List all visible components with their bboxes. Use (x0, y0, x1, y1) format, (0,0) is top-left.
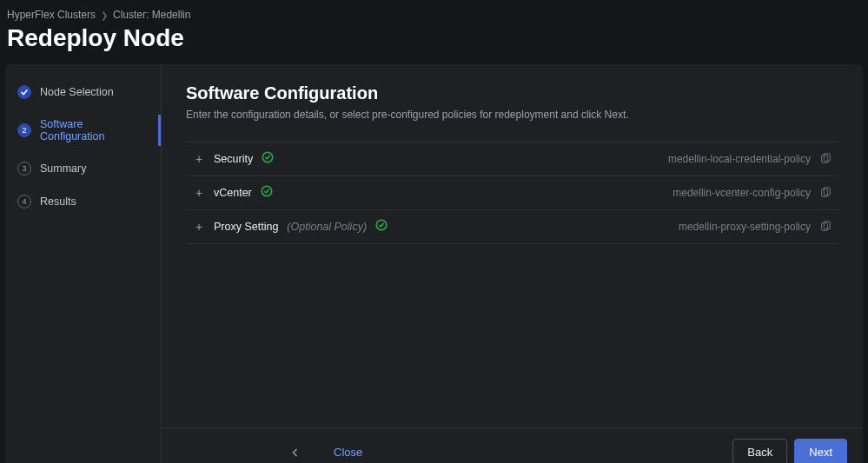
plus-icon[interactable]: + (193, 152, 205, 166)
check-icon (17, 85, 31, 99)
step-results[interactable]: 4 Results (5, 188, 161, 215)
plus-icon[interactable]: + (193, 220, 205, 234)
footer: Close Back Next (162, 427, 863, 463)
check-circle-icon (375, 219, 388, 235)
copy-icon[interactable] (819, 187, 832, 199)
check-circle-icon (262, 151, 274, 167)
breadcrumb-current: Cluster: Medellin (113, 9, 190, 21)
copy-icon[interactable] (819, 221, 832, 233)
step-node-selection[interactable]: Node Selection (5, 78, 161, 106)
config-label: Security (214, 153, 253, 165)
back-button[interactable]: Back (732, 439, 787, 463)
chevron-left-icon[interactable] (285, 442, 306, 463)
page-title: Redeploy Node (0, 24, 868, 64)
content-header: Software Configuration Enter the configu… (162, 64, 863, 133)
content-title: Software Configuration (186, 83, 838, 103)
step-label: Summary (40, 162, 86, 175)
main-panel: Node Selection 2 Software Configuration … (5, 64, 863, 463)
step-number-icon: 2 (17, 123, 31, 137)
step-label: Software Configuration (40, 118, 149, 142)
next-button[interactable]: Next (794, 439, 847, 463)
config-value: medellin-vcenter-config-policy (673, 187, 811, 199)
close-button[interactable]: Close (334, 446, 362, 459)
step-summary[interactable]: 3 Summary (5, 155, 161, 182)
step-number-icon: 4 (17, 195, 31, 208)
breadcrumb-root[interactable]: HyperFlex Clusters (7, 9, 96, 21)
breadcrumb: HyperFlex Clusters ❯ Cluster: Medellin (0, 0, 868, 24)
config-label: vCenter (214, 187, 252, 199)
config-optional: (Optional Policy) (287, 221, 367, 233)
copy-icon[interactable] (819, 153, 832, 165)
plus-icon[interactable]: + (193, 186, 205, 200)
step-label: Node Selection (40, 86, 114, 98)
content-subtitle: Enter the configuration details, or sele… (186, 109, 838, 121)
chevron-right-icon: ❯ (101, 10, 108, 20)
config-row-proxy-setting[interactable]: + Proxy Setting (Optional Policy) medell… (186, 209, 838, 244)
config-row-security[interactable]: + Security medellin-local-credential-pol… (186, 142, 838, 175)
config-label: Proxy Setting (214, 221, 278, 233)
config-row-vcenter[interactable]: + vCenter medellin-vcenter-config-policy (186, 175, 838, 209)
wizard-sidebar: Node Selection 2 Software Configuration … (5, 64, 162, 463)
check-circle-icon (261, 185, 273, 201)
config-value: medellin-local-credential-policy (668, 153, 811, 165)
config-value: medellin-proxy-setting-policy (679, 221, 811, 233)
content-area: Software Configuration Enter the configu… (162, 64, 863, 463)
step-software-configuration[interactable]: 2 Software Configuration (5, 111, 161, 149)
step-label: Results (40, 195, 76, 208)
step-number-icon: 3 (17, 162, 31, 175)
config-list: + Security medellin-local-credential-pol… (162, 133, 863, 253)
